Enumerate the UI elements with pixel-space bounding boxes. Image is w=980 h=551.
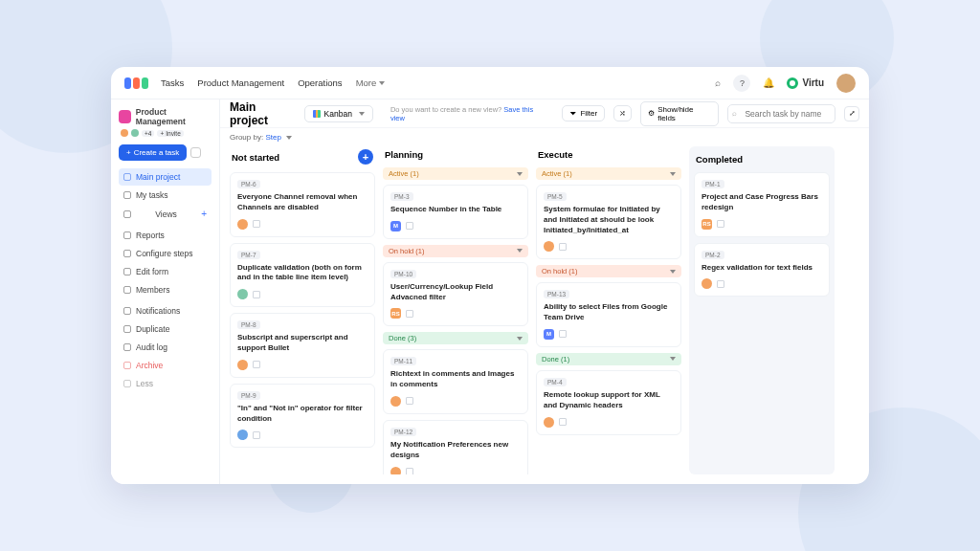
flag-icon[interactable]: [253, 220, 260, 228]
assignee-avatar[interactable]: RS: [702, 219, 712, 230]
menu-icon: [123, 286, 131, 294]
assignee-avatar[interactable]: [237, 430, 248, 440]
task-card[interactable]: PM-2Regex validation for text fields: [694, 243, 830, 298]
task-card[interactable]: PM-7Duplicate validation (both on form a…: [230, 243, 375, 308]
create-task-button[interactable]: +Create a task: [119, 144, 187, 161]
sort-button[interactable]: ⤭: [613, 105, 632, 121]
column-title: Completed: [696, 154, 743, 165]
assignee-avatar[interactable]: [237, 360, 248, 370]
nav-operations[interactable]: Operations: [298, 77, 342, 88]
assignee-avatar[interactable]: RS: [390, 308, 401, 319]
assignee-avatar[interactable]: [237, 289, 248, 299]
assignee-avatar[interactable]: [702, 278, 712, 289]
task-options-button[interactable]: [190, 147, 201, 158]
sidebar-item-archive[interactable]: Archive: [119, 357, 212, 374]
chevron-down-icon: [670, 172, 676, 176]
menu-icon: [123, 268, 131, 276]
status-group-header[interactable]: On hold (1): [383, 245, 528, 257]
assignee-avatar[interactable]: [390, 396, 401, 407]
task-card[interactable]: PM-1Project and Case Progress Bars redes…: [694, 172, 830, 237]
flag-icon[interactable]: [717, 280, 724, 288]
flag-icon[interactable]: [406, 310, 413, 318]
flag-icon[interactable]: [559, 330, 567, 338]
sidebar-item-members[interactable]: Members: [119, 281, 212, 298]
menu-icon: [123, 380, 131, 387]
assignee-avatar[interactable]: M: [544, 329, 554, 340]
flag-icon[interactable]: [253, 291, 260, 298]
flag-icon[interactable]: [406, 222, 413, 230]
column-execute: ExecuteActive (1)PM-5System formulae for…: [536, 146, 681, 474]
task-card[interactable]: PM-11Richtext in comments and Images in …: [383, 349, 528, 414]
task-card[interactable]: PM-6Everyone Channel removal when Channe…: [230, 172, 375, 237]
view-select[interactable]: Kanban: [304, 105, 373, 122]
members-count[interactable]: +4: [142, 130, 154, 137]
search-task-input[interactable]: [740, 106, 831, 121]
assignee-avatar[interactable]: [390, 467, 401, 474]
app-logo[interactable]: [124, 77, 148, 89]
task-card[interactable]: PM-8Subscript and superscript and suppor…: [230, 313, 375, 378]
task-card[interactable]: PM-5System formulae for Initiated by and…: [536, 185, 681, 259]
group-by-select[interactable]: Step: [265, 133, 292, 142]
flag-icon[interactable]: [717, 220, 724, 228]
assignee-avatar[interactable]: [237, 219, 248, 230]
task-title: System formulae for Initiated by and Ini…: [544, 205, 674, 235]
add-card-button[interactable]: +: [358, 149, 373, 165]
task-card[interactable]: PM-13Ability to select Files from Google…: [536, 282, 681, 347]
sidebar-item-label: Views: [155, 209, 177, 219]
showhide-fields-button[interactable]: ⚙Show/hide fields: [640, 101, 719, 126]
filter-button[interactable]: ⏷Filter: [562, 105, 605, 121]
flag-icon[interactable]: [406, 468, 413, 474]
assignee-avatar[interactable]: [544, 241, 554, 252]
help-icon[interactable]: ?: [733, 75, 750, 92]
task-card[interactable]: PM-4Remote lookup support for XML and Dy…: [536, 370, 681, 435]
status-label: Done (3): [389, 334, 416, 342]
expand-button[interactable]: ⤢: [844, 106, 859, 121]
add-view-button[interactable]: +: [201, 209, 207, 219]
status-group-header[interactable]: Done (3): [383, 332, 528, 344]
sidebar-item-main-project[interactable]: Main project: [119, 168, 212, 186]
task-card[interactable]: PM-9"In" and "Not in" operator for filte…: [230, 384, 375, 449]
assignee-avatar[interactable]: [544, 417, 554, 428]
member-avatar[interactable]: [121, 129, 128, 137]
assignee-avatar[interactable]: M: [390, 221, 401, 231]
search-icon[interactable]: ⌕: [715, 77, 721, 88]
flag-icon[interactable]: [559, 418, 567, 426]
chevron-down-icon: [359, 112, 365, 116]
sidebar-item-edit-form[interactable]: Edit form: [119, 263, 212, 280]
status-group-header[interactable]: Done (1): [536, 353, 681, 365]
task-footer: RS: [390, 308, 521, 319]
nav-product-management[interactable]: Product Management: [197, 77, 284, 88]
invite-button[interactable]: +Invite: [157, 130, 183, 137]
flag-icon[interactable]: [559, 243, 567, 251]
task-footer: [237, 430, 368, 440]
brand[interactable]: Virtu: [787, 77, 824, 89]
bell-icon[interactable]: 🔔: [763, 77, 774, 88]
status-label: On hold (1): [389, 247, 425, 255]
project-header: Product Management: [119, 107, 212, 126]
chevron-down-icon: [517, 249, 523, 253]
sidebar-item-duplicate[interactable]: Duplicate: [119, 320, 212, 338]
status-group-header[interactable]: Active (1): [536, 167, 681, 180]
task-card[interactable]: PM-12My Notification Preferences new des…: [383, 420, 528, 474]
task-id: PM-7: [237, 251, 260, 259]
task-card[interactable]: PM-10User/Currency/Lookup Field Advacned…: [383, 262, 528, 327]
task-title: Everyone Channel removal when Channels a…: [237, 192, 368, 213]
flag-icon[interactable]: [253, 431, 260, 439]
sidebar-item-views[interactable]: Views+: [119, 205, 212, 223]
sidebar-item-notifications[interactable]: Notifications: [119, 302, 212, 320]
sidebar-item-audit-log[interactable]: Audit log: [119, 339, 212, 356]
flag-icon[interactable]: [253, 361, 260, 368]
status-group-header[interactable]: On hold (1): [536, 265, 681, 277]
nav-tasks[interactable]: Tasks: [161, 77, 184, 88]
user-avatar[interactable]: [836, 74, 856, 93]
task-card[interactable]: PM-3Sequence Number in the TableM: [383, 185, 528, 239]
sidebar-item-configure-steps[interactable]: Configure steps: [119, 245, 212, 262]
nav-more[interactable]: More: [356, 77, 386, 88]
status-group-header[interactable]: Active (1): [383, 167, 528, 180]
member-avatar[interactable]: [131, 129, 139, 137]
menu-icon: [123, 191, 131, 199]
sidebar-item-my-tasks[interactable]: My tasks: [119, 187, 212, 204]
sidebar-item-less[interactable]: Less: [119, 375, 212, 392]
sidebar-item-reports[interactable]: Reports: [119, 227, 212, 244]
flag-icon[interactable]: [406, 397, 413, 405]
